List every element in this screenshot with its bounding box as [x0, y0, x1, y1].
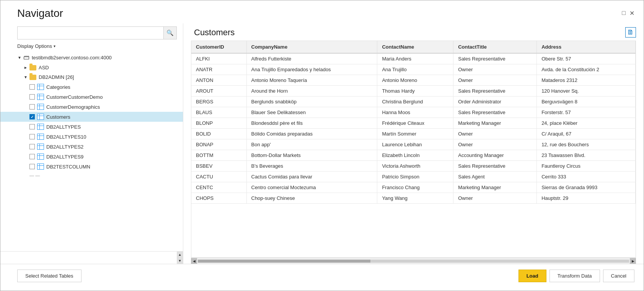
tree-label-customercustomerdemo: CustomerCustomerDemo — [46, 94, 103, 100]
table-cell: Mataderos 2312 — [537, 75, 636, 86]
col-address: Address — [537, 41, 636, 53]
table-cell: 23 Tsawassen Blvd. — [537, 150, 636, 161]
table-icon-customercustomerdemo — [37, 94, 44, 100]
tree-toggle-server[interactable]: ▼ — [17, 56, 22, 60]
table-row: CENTCCentro comercial MoctezumaFrancisco… — [191, 182, 636, 193]
tree-item-customerdemographics[interactable]: CustomerDemographics — [0, 102, 183, 112]
table-cell: Martín Sommer — [377, 129, 453, 139]
checkbox-db2alltypes[interactable] — [29, 124, 35, 129]
table-cell: 24, place Kléber — [537, 118, 636, 129]
search-bar: 🔍 — [17, 26, 177, 39]
tree-item-db2alltypes2[interactable]: DB2ALLTYPES2 — [0, 142, 183, 152]
table-row: BLAUSBlauer See DelikatessenHanna MoosSa… — [191, 107, 636, 118]
tree-item-db2testcolumn[interactable]: DB2TESTCOLUMN — [0, 162, 183, 172]
cancel-button[interactable]: Cancel — [603, 270, 634, 282]
table-cell: BLAUS — [191, 107, 246, 118]
right-panel-actions: 🗎 — [625, 27, 636, 38]
select-related-tables-button[interactable]: Select Related Tables — [17, 270, 82, 282]
display-options-label: Display Options — [17, 43, 52, 49]
table-cell: Bon app' — [246, 139, 377, 150]
tree-toggle-asd[interactable]: ► — [23, 65, 28, 70]
left-panel: 🔍 Display Options ▾ ▼ 🗃 testibmdb2server… — [0, 23, 183, 264]
table-cell: Elizabeth Lincoln — [377, 150, 453, 161]
load-button[interactable]: Load — [518, 270, 546, 282]
table-cell: BLONP — [191, 118, 246, 129]
table-cell: Cactus Comidas para llevar — [246, 172, 377, 182]
checkbox-customercustomerdemo[interactable] — [29, 94, 35, 100]
tree-scroll-controls: ▲ ▼ — [0, 251, 183, 264]
scroll-right-icon[interactable]: ▶ — [630, 258, 636, 264]
tree-item-db2alltypes10[interactable]: DB2ALLTYPES10 — [0, 132, 183, 142]
tree-item-asd[interactable]: ► ASD — [0, 63, 183, 72]
tree-item-categories[interactable]: Categories — [0, 82, 183, 92]
tree-label-db2alltypes: DB2ALLTYPES — [46, 124, 81, 130]
checkbox-db2alltypes9[interactable] — [29, 154, 35, 159]
tree-item-customers[interactable]: Customers — [0, 112, 183, 122]
checkbox-customerdemographics[interactable] — [29, 104, 35, 110]
tree-item-db2alltypes[interactable]: DB2ALLTYPES — [0, 122, 183, 132]
table-cell: Chop-suey Chinese — [246, 193, 377, 204]
data-table-scroll[interactable]: CustomerID CompanyName ContactName Conta… — [191, 41, 636, 257]
title-bar: Navigator □ ✕ — [0, 0, 644, 20]
table-row: BSBEVB's BeveragesVictoria AshworthSales… — [191, 161, 636, 172]
table-cell: BONAP — [191, 139, 246, 150]
table-cell: Berglunds snabbköp — [246, 96, 377, 107]
checkbox-db2testcolumn[interactable] — [29, 164, 35, 169]
export-icon[interactable]: 🗎 — [625, 27, 636, 38]
table-cell: Owner — [453, 139, 537, 150]
table-cell: ANATR — [191, 64, 246, 75]
h-scrollbar-track[interactable] — [198, 260, 629, 263]
table-cell: Yang Wang — [377, 193, 453, 204]
table-row: BOTTMBottom-Dollar MarketsElizabeth Linc… — [191, 150, 636, 161]
table-cell: Antonio Moreno — [377, 75, 453, 86]
table-cell: Bottom-Dollar Markets — [246, 150, 377, 161]
tree-item-db2alltypes9[interactable]: DB2ALLTYPES9 — [0, 152, 183, 162]
checkbox-db2alltypes2[interactable] — [29, 144, 35, 149]
table-cell: Blondesddsl père et fils — [246, 118, 377, 129]
table-cell: B's Beverages — [246, 161, 377, 172]
main-layout: 🔍 Display Options ▾ ▼ 🗃 testibmdb2server… — [0, 23, 644, 264]
transform-data-button[interactable]: Transform Data — [549, 270, 600, 282]
tree-scroll-up[interactable]: ▲ — [177, 252, 183, 258]
h-scrollbar[interactable]: ◀ ▶ — [191, 258, 636, 264]
tree-item-db2admin[interactable]: ▼ DB2ADMIN [26] — [0, 72, 183, 82]
display-options-button[interactable]: Display Options ▾ — [0, 43, 183, 52]
tree-item-customercustomerdemo[interactable]: CustomerCustomerDemo — [0, 92, 183, 102]
tree-toggle-db2admin[interactable]: ▼ — [23, 75, 28, 79]
table-cell: Berguvsvägen 8 — [537, 96, 636, 107]
table-cell: BOTTM — [191, 150, 246, 161]
checkbox-categories[interactable] — [29, 84, 35, 90]
table-cell: ANTON — [191, 75, 246, 86]
table-cell: Hauptstr. 29 — [537, 193, 636, 204]
search-input[interactable] — [18, 27, 163, 39]
tree-server-item[interactable]: ▼ 🗃 testibmdb2server.contoso.com:4000 — [0, 52, 183, 63]
search-icon[interactable]: 🔍 — [163, 27, 176, 39]
h-scrollbar-thumb[interactable] — [198, 260, 370, 263]
table-row: ANATRAna Trujillo Emparedados y heladosA… — [191, 64, 636, 75]
tree-label-db2alltypes2: DB2ALLTYPES2 — [46, 144, 83, 150]
checkbox-db2alltypes10[interactable] — [29, 134, 35, 139]
page-title: Navigator — [17, 7, 63, 20]
table-cell: Sierras de Granada 9993 — [537, 182, 636, 193]
table-cell: Marketing Manager — [453, 118, 537, 129]
minimize-icon[interactable]: □ — [622, 10, 626, 17]
chevron-down-icon: ▾ — [54, 44, 55, 48]
table-cell: Thomas Hardy — [377, 86, 453, 96]
checkbox-customers[interactable] — [29, 114, 35, 119]
table-cell: 120 Hanover Sq. — [537, 86, 636, 96]
tree-scroll-down[interactable]: ▼ — [177, 258, 183, 264]
table-cell: Owner — [453, 75, 537, 86]
table-cell: Blauer See Delikatessen — [246, 107, 377, 118]
table-cell: Sales Representative — [453, 161, 537, 172]
table-cell: Centro comercial Moctezuma — [246, 182, 377, 193]
table-icon-db2testcolumn — [37, 163, 44, 170]
table-row: CACTUCactus Comidas para llevarPatricio … — [191, 172, 636, 182]
bottom-right-buttons: Load Transform Data Cancel — [518, 270, 634, 282]
scroll-left-icon[interactable]: ◀ — [191, 258, 197, 264]
table-cell: Avda. de la Constitución 2 — [537, 64, 636, 75]
table-cell: Accounting Manager — [453, 150, 537, 161]
folder-icon-asd — [29, 65, 36, 70]
tree-label-db2alltypes10: DB2ALLTYPES10 — [46, 134, 86, 140]
table-cell: Sales Agent — [453, 172, 537, 182]
close-icon[interactable]: ✕ — [629, 10, 634, 17]
